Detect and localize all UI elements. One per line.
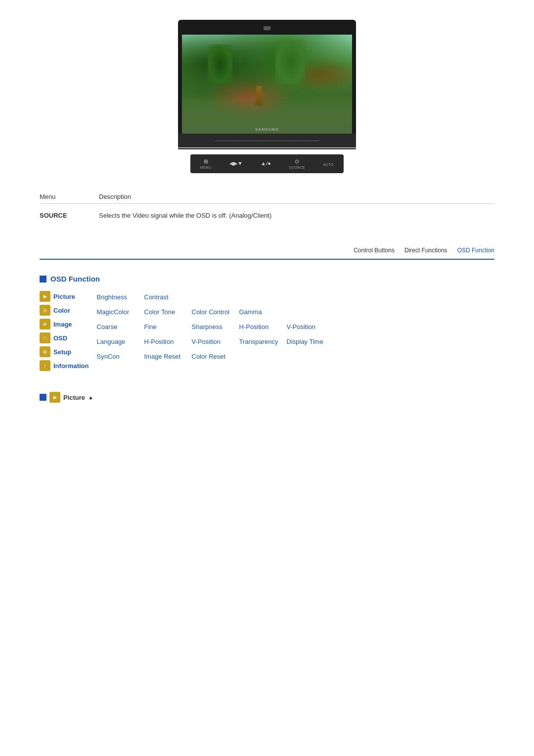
osd-brightness[interactable]: Brightness bbox=[97, 293, 136, 301]
table-header: Menu Description bbox=[40, 193, 494, 204]
osd-row-osd: Language H-Position V-Position Transpare… bbox=[97, 335, 495, 347]
osd-menu-setup: ⊞ Setup bbox=[40, 346, 89, 357]
adjust-button[interactable]: ◀▶▼ bbox=[229, 160, 243, 168]
osd-icon: □ bbox=[40, 332, 50, 343]
monitor-display: SAMSUNG bbox=[178, 20, 356, 134]
picture-nav-arrow: ▲ bbox=[88, 394, 93, 400]
info-icon: i bbox=[40, 360, 50, 371]
samsung-label: SAMSUNG bbox=[255, 127, 279, 132]
monitor-section: SAMSUNG ────────────────────────────────… bbox=[40, 20, 494, 173]
picture-icon: ▶ bbox=[40, 291, 50, 302]
osd-menu-picture: ▶ Picture bbox=[40, 291, 89, 302]
osd-menu-information: i Information bbox=[40, 360, 89, 371]
tree-right bbox=[275, 40, 305, 84]
osd-sharpness[interactable]: Sharpness bbox=[192, 323, 231, 331]
osd-title: OSD Function bbox=[50, 275, 100, 283]
tab-direct-functions[interactable]: Direct Functions bbox=[404, 247, 447, 256]
information-label[interactable]: Information bbox=[53, 362, 89, 370]
menu-source: SOURCE bbox=[40, 212, 99, 219]
osd-transparency[interactable]: Transparency bbox=[239, 338, 279, 345]
osd-color-tone[interactable]: Color Tone bbox=[144, 308, 184, 316]
image-icon: ⊕ bbox=[40, 319, 50, 330]
monitor-stand-line bbox=[178, 148, 356, 149]
osd-menu-osd: □ OSD bbox=[40, 332, 89, 343]
osd-title-icon bbox=[40, 276, 46, 283]
osd-v-position-img[interactable]: V-Position bbox=[287, 323, 326, 331]
control-bar: ⊞ MENU ◀▶▼ ▲/● ⊙ SOURCE AUTO bbox=[190, 154, 344, 173]
image-label[interactable]: Image bbox=[53, 321, 88, 328]
osd-gamma[interactable]: Gamma bbox=[239, 308, 279, 316]
menu-icon: ⊞ bbox=[204, 158, 208, 165]
desc-source: Selects the Video signal while the OSD i… bbox=[99, 212, 271, 219]
osd-coarse[interactable]: Coarse bbox=[97, 323, 136, 331]
osd-right-columns: Brightness Contrast MagicColor Color Ton… bbox=[97, 291, 495, 377]
enter-button[interactable]: ▲/● bbox=[261, 160, 271, 167]
osd-image-reset[interactable]: Image Reset bbox=[144, 353, 184, 360]
monitor-button bbox=[264, 26, 270, 30]
osd-row-color: MagicColor Color Tone Color Control Gamm… bbox=[97, 306, 495, 318]
picture-nav-icon bbox=[40, 394, 46, 401]
tab-control-buttons[interactable]: Control Buttons bbox=[354, 247, 395, 256]
osd-menu-color: ◎ Color bbox=[40, 305, 89, 316]
osd-row-setup: SynCon Image Reset Color Reset bbox=[97, 350, 495, 362]
monitor-screen: SAMSUNG bbox=[182, 35, 352, 134]
color-icon: ◎ bbox=[40, 305, 50, 316]
osd-label[interactable]: OSD bbox=[53, 334, 88, 342]
osd-row-information bbox=[97, 365, 495, 377]
color-label[interactable]: Color bbox=[53, 307, 88, 314]
source-label: SOURCE bbox=[289, 166, 305, 169]
osd-syncon[interactable]: SynCon bbox=[97, 353, 136, 360]
osd-h-position[interactable]: H-Position bbox=[144, 338, 184, 345]
enter-icon: ▲/● bbox=[261, 160, 271, 166]
nav-tabs: Control Buttons Direct Functions OSD Fun… bbox=[40, 247, 494, 260]
auto-button[interactable]: AUTO bbox=[323, 162, 334, 166]
osd-v-position[interactable]: V-Position bbox=[192, 338, 231, 345]
base-line: ───────────────────────────────── bbox=[215, 138, 319, 143]
menu-label: MENU bbox=[200, 166, 212, 169]
setup-label[interactable]: Setup bbox=[53, 348, 88, 356]
osd-menu-image: ⊕ Image bbox=[40, 319, 89, 330]
osd-display-time[interactable]: Display Time bbox=[287, 338, 326, 345]
col-menu-header: Menu bbox=[40, 193, 99, 200]
tab-osd-function[interactable]: OSD Function bbox=[457, 247, 494, 260]
osd-left-column: ▶ Picture ◎ Color ⊕ Image □ OSD bbox=[40, 291, 89, 377]
picture-label[interactable]: Picture bbox=[53, 293, 88, 300]
osd-grid: ▶ Picture ◎ Color ⊕ Image □ OSD bbox=[40, 291, 494, 377]
source-icon: ⊙ bbox=[295, 158, 299, 165]
osd-row-image: Coarse Fine Sharpness H-Position V-Posit… bbox=[97, 321, 495, 332]
tree-left bbox=[208, 45, 232, 84]
adjust-icon: ◀▶▼ bbox=[229, 160, 243, 167]
osd-row-picture: Brightness Contrast bbox=[97, 291, 495, 303]
osd-language[interactable]: Language bbox=[97, 338, 136, 345]
osd-fine[interactable]: Fine bbox=[144, 323, 184, 331]
table-row: SOURCE Selects the Video signal while th… bbox=[40, 209, 494, 222]
menu-button[interactable]: ⊞ MENU bbox=[200, 158, 212, 169]
osd-color-reset[interactable]: Color Reset bbox=[192, 353, 231, 360]
picture-nav-menu-icon: ▶ bbox=[49, 392, 60, 403]
osd-contrast[interactable]: Contrast bbox=[144, 293, 184, 301]
setup-icon: ⊞ bbox=[40, 346, 50, 357]
osd-magiccolor[interactable]: MagicColor bbox=[97, 308, 136, 316]
picture-nav: ▶ Picture ▲ bbox=[40, 392, 494, 403]
osd-h-position-img[interactable]: H-Position bbox=[239, 323, 279, 331]
auto-label: AUTO bbox=[323, 163, 334, 166]
osd-function-section: OSD Function ▶ Picture ◎ Color ⊕ Image bbox=[40, 275, 494, 377]
monitor-base: ───────────────────────────────── bbox=[178, 134, 356, 147]
col-desc-header: Description bbox=[99, 193, 131, 200]
osd-title-row: OSD Function bbox=[40, 275, 494, 283]
osd-color-control[interactable]: Color Control bbox=[192, 308, 231, 316]
picture-nav-label[interactable]: Picture bbox=[63, 394, 85, 401]
table-section: Menu Description SOURCE Selects the Vide… bbox=[40, 193, 494, 222]
source-button[interactable]: ⊙ SOURCE bbox=[289, 158, 305, 169]
